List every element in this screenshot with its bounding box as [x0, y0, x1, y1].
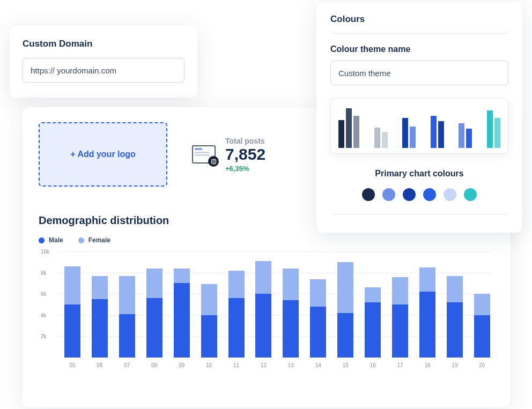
y-axis-tick: 2k	[41, 333, 47, 339]
legend-male: Male	[39, 236, 63, 244]
bar-segment-male	[447, 302, 463, 358]
posts-card-icon	[192, 145, 216, 163]
bar-segment-female	[92, 276, 108, 300]
bar-segment-female	[447, 276, 463, 303]
bar-segment-female	[174, 269, 190, 284]
bar-segment-female	[474, 294, 490, 315]
theme-name-label: Colour theme name	[330, 44, 508, 54]
svg-point-1	[212, 160, 215, 162]
bar-column: 14	[310, 279, 326, 358]
bar-column: 11	[228, 271, 245, 358]
legend-dot-male	[39, 237, 45, 243]
scheme-bar	[374, 128, 380, 148]
bar-stack	[310, 279, 326, 358]
theme-name-input[interactable]	[330, 61, 508, 85]
bar-column: 07	[119, 276, 135, 358]
bar-stack	[174, 269, 190, 358]
bar-stack	[255, 261, 271, 358]
bar-stack	[146, 269, 162, 358]
bar-segment-male	[310, 307, 326, 358]
colour-swatch[interactable]	[444, 188, 456, 201]
colour-swatch[interactable]	[403, 188, 416, 201]
bar-segment-female	[392, 277, 408, 304]
bar-stack	[228, 271, 245, 358]
bar-segment-female	[337, 262, 353, 313]
colour-swatch[interactable]	[464, 188, 477, 201]
bar-segment-female	[201, 284, 217, 315]
add-logo-dropzone[interactable]: + Add your logo	[39, 122, 167, 187]
y-axis-tick: 4k	[41, 312, 47, 318]
bar-segment-male	[146, 298, 162, 358]
bar-segment-male	[64, 304, 80, 358]
bar-segment-female	[365, 287, 381, 302]
svg-rect-0	[211, 159, 216, 163]
colour-scheme-preview[interactable]	[330, 98, 508, 154]
colour-swatch[interactable]	[423, 188, 436, 201]
scheme-bar	[410, 127, 416, 148]
legend-female-label: Female	[88, 236, 110, 244]
bar-stack	[201, 284, 217, 358]
colour-swatch[interactable]	[362, 188, 375, 201]
bar-column: 12	[255, 261, 271, 358]
bar-column: 19	[447, 276, 463, 358]
instagram-icon	[208, 156, 219, 167]
posts-label: Total posts	[225, 137, 265, 145]
bar-stack	[337, 262, 353, 358]
scheme-group	[487, 110, 500, 148]
x-axis-tick: 07	[119, 362, 135, 368]
bar-segment-male	[119, 314, 135, 358]
scheme-bar	[382, 132, 388, 148]
bar-stack	[92, 276, 108, 358]
x-axis-tick: 12	[255, 362, 271, 368]
bar-segment-male	[419, 292, 435, 358]
x-axis-tick: 05	[64, 362, 80, 368]
scheme-bar	[459, 123, 464, 148]
bar-stack	[119, 276, 135, 358]
bar-stack	[392, 277, 408, 358]
scheme-bar	[487, 110, 493, 148]
bar-column: 10	[201, 284, 217, 358]
chart-legend: Male Female	[39, 236, 494, 244]
y-axis-tick: 8k	[41, 270, 47, 276]
bar-column: 08	[146, 269, 162, 358]
scheme-bar	[494, 118, 500, 148]
x-axis-tick: 08	[146, 362, 162, 368]
posts-delta: +6,35%	[225, 165, 265, 173]
x-axis-tick: 11	[228, 362, 245, 368]
scheme-bar	[466, 129, 472, 148]
scheme-bar	[346, 108, 352, 148]
bar-column: 17	[392, 277, 408, 358]
x-axis-tick: 06	[92, 362, 108, 368]
x-axis-tick: 16	[365, 362, 381, 368]
bar-segment-female	[228, 271, 245, 298]
x-axis-tick: 13	[283, 362, 299, 368]
bar-stack	[419, 267, 435, 358]
bar-column: 15	[337, 262, 353, 358]
legend-male-label: Male	[49, 236, 63, 244]
add-logo-label: + Add your logo	[70, 150, 136, 159]
x-axis-tick: 10	[201, 362, 217, 368]
bar-stack	[365, 287, 381, 358]
custom-domain-card: Custom Domain	[10, 26, 197, 98]
colours-heading: Colours	[330, 14, 508, 34]
bar-segment-male	[174, 283, 190, 358]
domain-input[interactable]	[23, 58, 184, 83]
bar-segment-male	[337, 313, 353, 358]
colours-panel: Colours Colour theme name Primary chart …	[316, 2, 522, 233]
bar-segment-female	[119, 276, 135, 314]
x-axis-tick: 19	[447, 362, 463, 368]
bar-column: 16	[365, 287, 381, 358]
scheme-bar	[338, 120, 344, 148]
colour-swatch[interactable]	[382, 188, 395, 201]
bar-segment-male	[201, 315, 217, 358]
x-axis-tick: 09	[174, 362, 190, 368]
bar-segment-male	[283, 300, 299, 358]
bar-segment-male	[228, 298, 245, 358]
bar-stack	[283, 269, 299, 358]
bar-column: 20	[474, 294, 490, 358]
scheme-bar	[431, 116, 437, 148]
scheme-group	[402, 118, 416, 148]
bar-column: 13	[283, 269, 299, 358]
bar-column: 18	[419, 267, 435, 358]
y-axis-tick: 10k	[41, 249, 49, 255]
